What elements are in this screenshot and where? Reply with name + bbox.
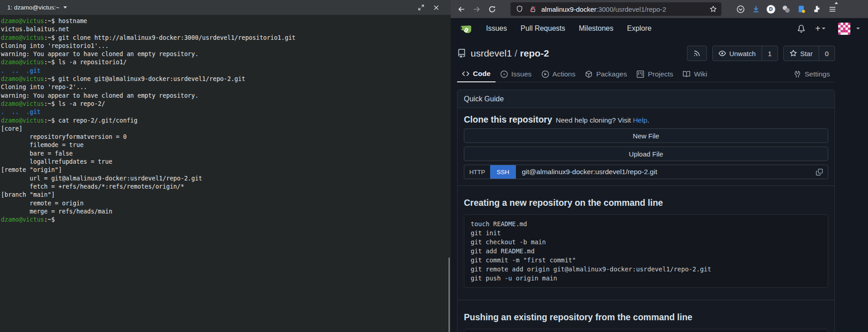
- url-host: almalinux9-docker: [541, 5, 596, 13]
- extension-d-icon[interactable]: D: [767, 5, 775, 14]
- terminal-line: repositoryformatversion = 0: [1, 133, 450, 141]
- chevron-down-icon: [822, 28, 825, 29]
- rss-button-group: [687, 46, 707, 61]
- bookmark-star-icon[interactable]: [710, 5, 717, 13]
- avatar[interactable]: [838, 23, 850, 35]
- close-icon: [434, 5, 439, 10]
- book-icon: [683, 71, 690, 78]
- watch-button-group: Unwatch 1: [712, 46, 778, 61]
- chevron-down-icon[interactable]: [63, 6, 67, 9]
- clone-help-prefix: Need help cloning? Visit: [556, 116, 631, 124]
- terminal-output[interactable]: dzamo@victus:~$ hostnamevictus.balaitus.…: [0, 15, 451, 226]
- repo-title: usrdevel1/repo-2: [471, 48, 549, 59]
- clone-help-text: Need help cloning? Visit Help.: [556, 116, 649, 124]
- shield-icon[interactable]: [515, 5, 524, 14]
- terminal-line: filemode = true: [1, 141, 450, 149]
- terminal-line: fetch = +refs/heads/*:refs/remotes/origi…: [1, 183, 450, 191]
- url-text: almalinux9-docker:3000/usrdevel1/repo-2: [541, 5, 666, 13]
- repo-title-separator: /: [515, 48, 517, 58]
- terminal-line: [remote "origin"]: [1, 166, 450, 174]
- download-icon[interactable]: [751, 5, 760, 14]
- rss-button[interactable]: [687, 46, 706, 61]
- gitea-navbar: Issues Pull Requests Milestones Explore …: [451, 18, 868, 39]
- unwatch-button[interactable]: Unwatch: [713, 46, 761, 61]
- terminal-line: . .. .git: [1, 67, 450, 75]
- insecure-lock-icon[interactable]: [528, 5, 537, 14]
- tab-settings-label: Settings: [805, 70, 830, 78]
- watch-count[interactable]: 1: [762, 46, 777, 61]
- restore-window-button[interactable]: [417, 4, 424, 11]
- nav-issues[interactable]: Issues: [486, 24, 507, 33]
- clone-section: Clone this repository Need help cloning?…: [458, 108, 835, 185]
- nav-pull-requests[interactable]: Pull Requests: [520, 24, 565, 33]
- tab-packages[interactable]: Packages: [580, 66, 632, 82]
- terminal-titlebar[interactable]: 1: dzamo@victus:~: [0, 0, 451, 15]
- gitea-page: Issues Pull Requests Milestones Explore …: [451, 18, 868, 332]
- forward-button[interactable]: [470, 2, 483, 16]
- terminal-line: dzamo@victus:~$ ls -a repositorio1/: [1, 58, 450, 66]
- repo-name[interactable]: repo-2: [520, 48, 549, 58]
- menu-button[interactable]: [828, 5, 837, 14]
- tab-projects-label: Projects: [648, 70, 673, 78]
- terminal-line: warning: You appear to have cloned an em…: [1, 92, 450, 100]
- url-path: :3000/usrdevel1/repo-2: [596, 5, 666, 13]
- tab-actions-label: Actions: [553, 70, 576, 78]
- notifications-bell-icon[interactable]: [795, 25, 808, 33]
- issue-icon: [501, 71, 508, 78]
- terminal-line: bare = false: [1, 150, 450, 158]
- star-icon: [790, 50, 797, 57]
- chevron-down-icon[interactable]: [856, 28, 860, 29]
- play-icon: [542, 71, 549, 78]
- terminal-line: merge = refs/heads/main: [1, 208, 450, 216]
- star-button[interactable]: Star: [784, 46, 819, 61]
- copy-url-button[interactable]: [811, 165, 828, 179]
- tab-code[interactable]: Code: [457, 66, 496, 82]
- tab-wiki[interactable]: Wiki: [678, 66, 712, 82]
- browser-window: almalinux9-docker:3000/usrdevel1/repo-2 …: [451, 0, 868, 332]
- reload-button[interactable]: [485, 2, 499, 16]
- help-link[interactable]: Help: [633, 116, 647, 124]
- gitea-logo[interactable]: [459, 22, 472, 35]
- tab-issues[interactable]: Issues: [496, 66, 537, 82]
- tab-actions[interactable]: Actions: [537, 66, 581, 82]
- clone-heading-row: Clone this repository Need help cloning?…: [464, 114, 828, 125]
- clone-url-input[interactable]: [516, 165, 811, 179]
- create-repo-code-block[interactable]: touch README.md git init git checkout -b…: [464, 214, 828, 288]
- terminal-line: [core]: [1, 125, 450, 133]
- terminal-scrollbar[interactable]: [448, 257, 450, 332]
- terminal-line: Cloning into 'repositorio1'...: [1, 42, 450, 50]
- http-protocol-button[interactable]: HTTP: [464, 165, 490, 179]
- terminal-title: 1: dzamo@victus:~: [7, 4, 59, 11]
- translate-doc-icon[interactable]: [797, 5, 806, 14]
- plus-icon: +: [815, 24, 820, 34]
- tab-projects[interactable]: Projects: [632, 66, 678, 82]
- repo-header-buttons: Unwatch 1 Star 0: [687, 46, 835, 61]
- repo-icon: [457, 49, 466, 58]
- toolbar-extension-icons: D: [736, 5, 837, 14]
- pocket-icon[interactable]: [736, 5, 745, 14]
- close-window-button[interactable]: [433, 4, 440, 11]
- extensions-icon[interactable]: [812, 5, 821, 14]
- tab-settings[interactable]: Settings: [789, 66, 835, 82]
- star-count[interactable]: 0: [819, 46, 835, 61]
- push-repo-code-block[interactable]: [464, 329, 828, 332]
- browser-toolbar: almalinux9-docker:3000/usrdevel1/repo-2 …: [451, 0, 868, 18]
- nav-milestones[interactable]: Milestones: [579, 24, 613, 33]
- account-icon[interactable]: [782, 5, 791, 14]
- nav-explore[interactable]: Explore: [627, 24, 651, 33]
- copy-icon: [816, 169, 823, 175]
- terminal-line: dzamo@victus:~$ git clone http://almalin…: [1, 34, 450, 42]
- tab-wiki-label: Wiki: [694, 70, 707, 78]
- repo-owner-link[interactable]: usrdevel1: [471, 48, 512, 58]
- new-file-button[interactable]: New File: [464, 128, 828, 143]
- upload-file-button[interactable]: Upload File: [464, 147, 828, 161]
- quick-guide-box: Quick Guide Clone this repository Need h…: [457, 90, 835, 332]
- url-bar[interactable]: almalinux9-docker:3000/usrdevel1/repo-2: [510, 2, 721, 16]
- clone-url-row: HTTP SSH: [464, 165, 828, 179]
- create-new-button[interactable]: +: [812, 24, 828, 34]
- terminal-line: victus.balaitus.net: [1, 25, 450, 33]
- back-button[interactable]: [454, 2, 468, 16]
- settings-tools-icon: [794, 71, 801, 78]
- unwatch-label: Unwatch: [729, 50, 755, 57]
- ssh-protocol-button[interactable]: SSH: [490, 165, 516, 179]
